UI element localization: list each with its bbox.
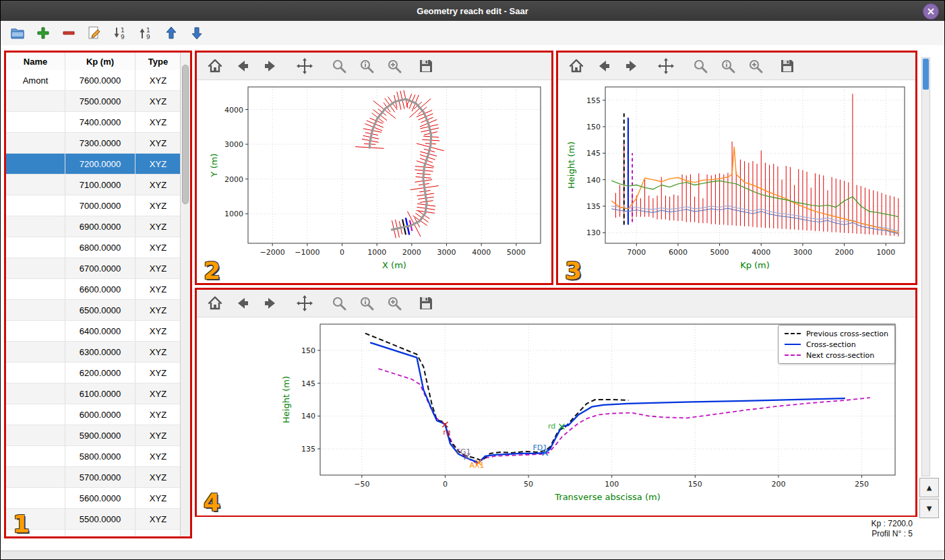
forward-icon[interactable]	[623, 57, 640, 75]
window-scrollbar-thumb[interactable]	[923, 59, 929, 90]
table-row[interactable]: 7400.0000XYZ	[6, 112, 181, 133]
next-profile-button[interactable]: ▼	[919, 499, 939, 518]
open-button[interactable]	[9, 24, 26, 42]
panel-number-4: 4	[204, 491, 220, 515]
down-triangle-icon: ▼	[927, 505, 932, 512]
move-down-button[interactable]	[188, 24, 206, 42]
table-cell: 5800.0000	[65, 446, 135, 466]
sort-ascending-button[interactable]: 19	[111, 24, 129, 42]
table-row[interactable]: 6100.0000XYZ	[6, 383, 181, 404]
zoom-icon[interactable]	[330, 294, 348, 312]
table-row[interactable]: 5700.0000XYZ	[6, 467, 181, 488]
table-row[interactable]: 6000.0000XYZ	[6, 404, 181, 425]
table-header: Name Kp (m) Type	[6, 53, 181, 71]
table-cell: 5700.0000	[65, 467, 135, 487]
table-row[interactable]: 7100.0000XYZ	[6, 175, 181, 195]
table-cell: Amont	[6, 70, 65, 90]
table-row[interactable]: 6700.0000XYZ	[6, 258, 181, 279]
column-header-type[interactable]: Type	[135, 53, 181, 70]
table-cell: XYZ	[135, 363, 181, 383]
table-row[interactable]: 6200.0000XYZ	[6, 363, 181, 383]
table-row[interactable]: Amont7600.0000XYZ	[6, 70, 181, 91]
table-row[interactable]: 7300.0000XYZ	[6, 133, 181, 154]
titlebar[interactable]: Geometry reach edit - Saar	[1, 1, 944, 22]
svg-text:7000: 7000	[627, 248, 646, 257]
profil-number: Profil N° : 5	[872, 529, 913, 539]
app-window: Geometry reach edit - Saar 1919 Name Kp …	[0, 0, 945, 560]
pan-icon[interactable]	[296, 294, 313, 312]
plan-view-plot[interactable]: −2000−1000010002000300040005000100020003…	[197, 80, 551, 282]
table-row[interactable]: 5500.0000XYZ	[6, 509, 181, 530]
table-row[interactable]: 6400.0000XYZ	[6, 321, 181, 342]
remove-button[interactable]	[60, 24, 78, 42]
configure-icon[interactable]	[358, 294, 375, 312]
home-icon[interactable]	[568, 57, 585, 75]
close-icon	[927, 8, 934, 15]
table-cell: 6600.0000	[65, 279, 135, 299]
save-icon[interactable]	[417, 294, 435, 312]
svg-text:4000: 4000	[752, 248, 770, 257]
svg-text:4000: 4000	[472, 248, 491, 257]
table-cell: XYZ	[135, 91, 181, 111]
table-cell	[6, 467, 65, 487]
pan-icon[interactable]	[657, 57, 675, 75]
back-icon[interactable]	[595, 57, 613, 75]
back-icon[interactable]	[234, 294, 251, 312]
svg-text:1000: 1000	[367, 248, 386, 257]
svg-text:FG1: FG1	[456, 447, 471, 456]
close-button[interactable]	[923, 3, 939, 20]
table-row[interactable]: 7500.0000XYZ	[6, 91, 181, 112]
edit-axis-icon[interactable]	[386, 294, 403, 312]
table-row[interactable]: 5600.0000XYZ	[6, 488, 181, 509]
pan-icon[interactable]	[296, 57, 313, 75]
svg-text:−1000: −1000	[295, 248, 319, 257]
table-row[interactable]: 7200.0000XYZ	[6, 154, 181, 175]
table-cell: XYZ	[135, 342, 181, 362]
window-scrollbar[interactable]	[921, 57, 930, 476]
edit-button[interactable]	[86, 24, 103, 42]
plan-mpl-toolbar	[197, 53, 551, 80]
svg-text:4000: 4000	[224, 106, 243, 115]
configure-icon[interactable]	[358, 57, 375, 75]
back-icon[interactable]	[234, 57, 251, 75]
table-row[interactable]: 5900.0000XYZ	[6, 425, 181, 446]
table-cell: XYZ	[135, 509, 181, 529]
edit-axis-icon[interactable]	[747, 57, 764, 75]
table-scrollbar-thumb[interactable]	[182, 65, 189, 204]
table-scrollbar[interactable]	[180, 53, 190, 536]
table-row[interactable]: 6300.0000XYZ	[6, 342, 181, 363]
table-row[interactable]: 6900.0000XYZ	[6, 216, 181, 237]
home-icon[interactable]	[206, 294, 224, 312]
table-row[interactable]: 6600.0000XYZ	[6, 279, 181, 300]
column-header-name[interactable]: Name	[6, 53, 65, 70]
table-cell	[6, 154, 65, 174]
profile-info: Kp : 7200.0 Profil N° : 5	[872, 519, 913, 539]
previous-profile-button[interactable]: ▲	[919, 478, 939, 497]
table-cell: 5900.0000	[65, 425, 135, 445]
table-row[interactable]: 6800.0000XYZ	[6, 237, 181, 258]
edit-axis-icon[interactable]	[386, 57, 403, 75]
svg-text:135: 135	[586, 202, 601, 211]
zoom-icon[interactable]	[330, 57, 348, 75]
save-icon[interactable]	[417, 57, 435, 75]
table-row[interactable]: 5400.0000XYZ	[6, 530, 181, 536]
forward-icon[interactable]	[262, 57, 279, 75]
table-cell: 7500.0000	[65, 91, 135, 111]
table-row[interactable]: 5800.0000XYZ	[6, 446, 181, 467]
svg-text:155: 155	[586, 96, 601, 105]
save-icon[interactable]	[779, 57, 796, 75]
move-up-button[interactable]	[162, 24, 180, 42]
column-header-kp[interactable]: Kp (m)	[65, 53, 135, 70]
table-row[interactable]: 6500.0000XYZ	[6, 300, 181, 321]
svg-text:X (m): X (m)	[382, 260, 406, 270]
sort-descending-button[interactable]: 19	[137, 24, 154, 42]
home-icon[interactable]	[206, 57, 224, 75]
long-profile-plot[interactable]: 7000600050004000300020001000130135140145…	[558, 80, 915, 282]
forward-icon[interactable]	[262, 294, 279, 312]
configure-icon[interactable]	[719, 57, 737, 75]
table-row[interactable]: 7000.0000XYZ	[6, 195, 181, 216]
zoom-icon[interactable]	[692, 57, 709, 75]
add-button[interactable]	[34, 24, 52, 42]
current-line-swatch	[785, 344, 801, 345]
table-cell: 6200.0000	[65, 363, 135, 383]
